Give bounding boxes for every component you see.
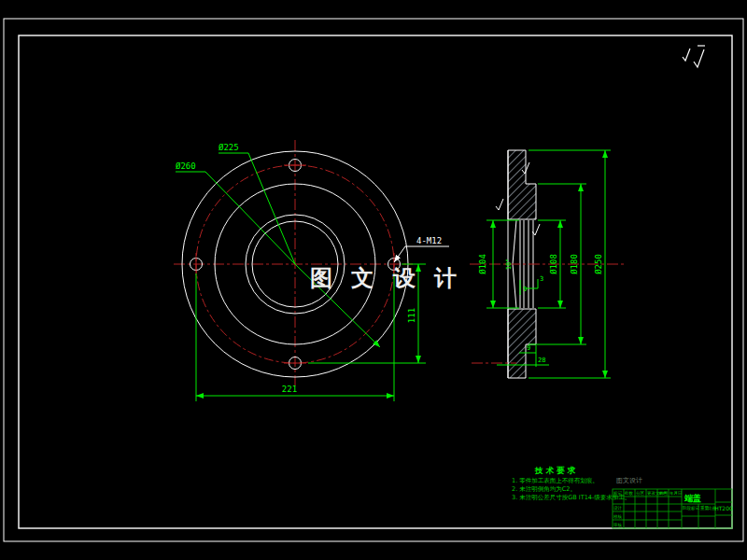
title-block: 标记 处数 分区 更改文件号 签名 年月日 设计 校核 审核 阶段标记 重量 比… [613, 489, 733, 528]
dim-d225-label: Ø225 [218, 143, 239, 152]
tb-cell-label: 校核 [613, 514, 623, 519]
tb-part-name: 端盖 [684, 493, 701, 503]
dim-28-label: 28 [538, 357, 545, 364]
dim-111-label: 111 [407, 308, 416, 323]
section-view: Ø104 Ø108 Ø180 Ø250 18° 3 [470, 150, 624, 378]
tb-cell-label: 年月日 [669, 491, 683, 496]
dim-angle-label: 18° [505, 259, 513, 271]
dim-d225: Ø225 [218, 143, 295, 264]
tb-cell-label: 阶段标记 [683, 505, 700, 511]
dim-d108: Ø108 [538, 220, 566, 308]
dim-9-mid-label: 9 [523, 286, 527, 293]
tb-cell-label: 标记 [613, 490, 623, 497]
finish-mark-icon [496, 199, 503, 210]
dim-d104-label: Ø104 [478, 254, 487, 274]
dim-221-label: 221 [282, 385, 297, 394]
dim-9-bottom-label: 9 [527, 344, 530, 352]
callout-4m12-label: 4-M12 [416, 236, 442, 245]
notes-title: 技 术 要 求 [534, 466, 575, 475]
dim-d260-label: Ø260 [176, 161, 196, 171]
tb-cell-label: 设计 [613, 505, 623, 511]
title-block-header-note: 图文设计 [616, 476, 642, 484]
tb-cell-label: 处数 [625, 490, 634, 496]
dim-3-label: 3 [540, 275, 543, 283]
surface-roughness-icon [683, 46, 705, 67]
dim-d180-label: Ø180 [570, 254, 579, 274]
tb-cell-label: 签名 [658, 491, 667, 496]
cad-canvas: Ø260 Ø225 111 221 4-M12 [0, 0, 747, 560]
dim-d250-label: Ø250 [594, 254, 603, 274]
section-hatch-bottom [508, 309, 536, 378]
dim-d260: Ø260 [176, 161, 295, 264]
section-hatch-top [508, 150, 536, 219]
note-item: 2. 未注明倒角均为C2。 [512, 485, 576, 493]
callout-4m12: 4-M12 [394, 236, 449, 262]
watermark-text: 图 文 设 计 [310, 264, 462, 291]
dim-d108-label: Ø108 [549, 254, 558, 274]
tb-cell-label: 分区 [636, 490, 645, 496]
tb-material: HT200 [714, 505, 733, 511]
tb-cell-label: 审核 [613, 523, 623, 527]
note-item: 1. 零件加工表面上不得有划痕。 [512, 477, 599, 484]
